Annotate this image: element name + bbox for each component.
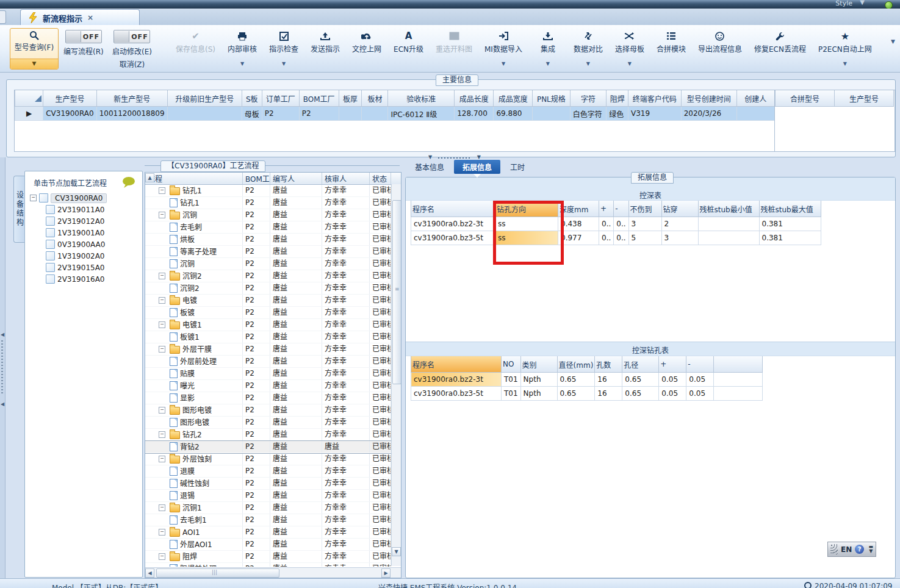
tree-node[interactable]: 2V319016A0 <box>30 273 142 285</box>
table-row[interactable]: ▶CV31900RA010011200018809母板P2P2IPC-6012 … <box>15 107 775 121</box>
cell[interactable]: 0.05 <box>659 373 686 387</box>
column-header[interactable]: PNL规格 <box>533 90 571 107</box>
node-checkbox[interactable] <box>46 274 55 284</box>
flow-row[interactable]: −电镀P2唐益方幸幸已审核 <box>145 295 401 307</box>
flow-step-name-cell[interactable]: 碱性蚀刻 <box>145 478 243 489</box>
flow-row[interactable]: 退锡P2唐益方幸幸已审核 <box>145 490 401 502</box>
scroll-left-icon[interactable]: ◀ <box>145 568 154 578</box>
column-header[interactable]: 程序名 <box>411 201 495 217</box>
node-checkbox[interactable] <box>39 193 48 203</box>
send-instruction-button[interactable]: 发送指示 <box>304 28 346 69</box>
column-header[interactable]: 不伤到 <box>628 201 661 217</box>
tab-extended-info[interactable]: 拓展信息 <box>454 160 500 174</box>
cell[interactable]: P2 <box>262 107 299 121</box>
column-header[interactable]: 验收标准 <box>388 90 455 107</box>
node-checkbox[interactable] <box>46 251 55 260</box>
column-header[interactable]: 孔数 <box>595 356 622 373</box>
flow-step-name-cell[interactable]: 去毛刺 <box>145 221 243 233</box>
table-row[interactable]: cv31900ra0.bz2-3tT01Npth0.65160.650.050.… <box>411 373 763 387</box>
cell[interactable]: T01 <box>502 387 521 401</box>
flow-step-name-cell[interactable]: −电镀1 <box>145 319 243 331</box>
cell[interactable]: P2 <box>299 107 339 121</box>
column-header[interactable]: 终端客户代码 <box>628 90 681 107</box>
style-menu[interactable]: Style <box>835 0 852 7</box>
flow-step-name-cell[interactable]: 板镀 <box>145 307 243 318</box>
flow-row[interactable]: 沉铜P2唐益方幸幸已审核 <box>145 258 401 270</box>
flow-step-name-cell[interactable]: 烘板 <box>145 234 243 245</box>
flow-row[interactable]: −外层干膜P2唐益方幸幸已审核 <box>145 343 401 356</box>
flow-step-name-cell[interactable]: −外层干膜 <box>145 343 243 355</box>
cell[interactable]: 母板 <box>242 107 262 121</box>
scrollbar-thumb[interactable] <box>392 200 401 384</box>
cell[interactable] <box>698 231 759 245</box>
drag-grip-icon[interactable] <box>830 544 838 554</box>
tree-node-root[interactable]: −CV31900RA0 <box>30 192 142 204</box>
column-header[interactable]: 成品宽度 <box>494 90 533 107</box>
flow-row[interactable]: 背钻2P2唐益唐益已审核 <box>145 441 401 453</box>
flow-row[interactable]: 外层前处理P2唐益方幸幸已审核 <box>145 356 401 368</box>
cell[interactable] <box>736 107 774 121</box>
collapse-icon[interactable]: − <box>159 346 165 353</box>
depth-control-table[interactable]: 程序名钻孔方向深度mm+-不伤到钻穿残桩stub最小值残桩stub最大值cv31… <box>406 201 895 245</box>
model-query-button[interactable]: 型号查询(F) ▼ <box>10 28 59 70</box>
node-checkbox[interactable] <box>46 240 55 249</box>
collapse-icon[interactable]: − <box>159 456 165 462</box>
tree-node[interactable]: 0V31900AA0 <box>30 238 142 250</box>
depth-drill-table[interactable]: 程序名NO类别直径(mm)孔数孔径+-cv31900ra0.bz2-3tT01N… <box>406 356 895 401</box>
cell[interactable]: 0.. <box>614 217 628 231</box>
scroll-down-icon[interactable]: ▼ <box>392 547 401 556</box>
cell[interactable]: 0.65 <box>622 387 659 401</box>
flow-row[interactable]: −沉铜1P2唐益方幸幸已审核 <box>145 502 401 514</box>
column-header[interactable]: 钻穿 <box>661 201 698 217</box>
column-header[interactable]: 类别 <box>520 356 557 373</box>
cell[interactable]: 2 <box>661 217 698 231</box>
instruction-check-button[interactable]: 指示检查▼ <box>263 28 304 69</box>
flow-column-header[interactable]: 状态 <box>370 173 391 184</box>
collapse-icon[interactable]: − <box>159 212 165 218</box>
cell[interactable]: 128.700 <box>455 107 494 121</box>
flow-step-name-cell[interactable]: 沉铜2 <box>145 282 243 294</box>
column-header[interactable]: 板材 <box>362 90 388 107</box>
cell[interactable]: 0.381 <box>759 231 821 245</box>
node-checkbox[interactable] <box>46 263 55 272</box>
help-icon[interactable]: ? <box>855 545 864 554</box>
flow-row[interactable]: −电镀1P2唐益方幸幸已审核 <box>145 319 401 331</box>
cell[interactable]: cv31900ra0.bz2-3t <box>411 373 502 387</box>
column-header[interactable]: 程序名 <box>411 356 502 373</box>
dropdown-caret-icon[interactable]: ▼ <box>282 61 286 66</box>
column-header[interactable]: 创建人 <box>736 90 774 107</box>
column-header[interactable]: BOM工厂 <box>299 90 339 107</box>
collapse-icon[interactable]: − <box>159 431 165 438</box>
dropdown-caret-icon[interactable]: ▼ <box>628 61 632 66</box>
collapse-icon[interactable]: − <box>159 407 165 414</box>
cell[interactable]: ss <box>495 217 558 231</box>
style-caret-icon[interactable]: ▼ <box>860 0 865 5</box>
column-header[interactable]: 新生产型号 <box>96 90 167 107</box>
cell[interactable]: 5 <box>628 231 661 245</box>
data-compare-button[interactable]: 数据对比▼ <box>567 28 609 69</box>
flow-table-header[interactable]: 流程BOM工厂编写人核审人状态 <box>145 173 401 185</box>
node-checkbox[interactable] <box>46 228 55 237</box>
column-header[interactable]: 生产型号 <box>43 90 96 107</box>
tab-close-icon[interactable]: × <box>87 13 93 22</box>
merge-model-table[interactable]: 合拼型号生产型号 <box>774 90 895 152</box>
scrollbar-thumb[interactable] <box>156 568 279 578</box>
start-modify-toggle[interactable]: OFF <box>113 30 150 43</box>
cell[interactable]: 0.65 <box>622 373 659 387</box>
flow-row[interactable]: 去毛刺1P2唐益方幸幸已审核 <box>145 514 401 526</box>
tree-node[interactable]: 2V319015A0 <box>30 262 142 273</box>
flow-row[interactable]: −AOI1P2唐益方幸幸已审核 <box>145 526 401 539</box>
dropdown-caret-icon[interactable]: ▼ <box>240 61 244 66</box>
model-query-dropdown[interactable]: ▼ <box>10 59 58 69</box>
flow-column-header[interactable]: 核审人 <box>322 173 370 184</box>
ecn-upgrade-button[interactable]: AECN升级 <box>387 28 430 69</box>
flow-row[interactable]: 烘板P2唐益方幸幸已审核 <box>145 234 401 246</box>
cell[interactable]: CV31900RA0 <box>43 107 96 121</box>
internal-audit-button[interactable]: 内部审核▼ <box>221 28 263 69</box>
main-info-grid[interactable]: 生产型号新生产型号升级前旧生产型号S板订单工厂BOM工厂板厚板材验收标准成品长度… <box>15 90 775 121</box>
flow-row[interactable]: −钻孔1P2唐益方幸幸已审核 <box>145 185 401 197</box>
cell[interactable]: V319 <box>628 107 681 121</box>
language-bar[interactable]: EN ? ▬▼ <box>827 542 876 557</box>
collapse-icon[interactable]: − <box>159 187 165 194</box>
flow-row[interactable]: 碱性蚀刻P2唐益方幸幸已审核 <box>145 478 401 490</box>
